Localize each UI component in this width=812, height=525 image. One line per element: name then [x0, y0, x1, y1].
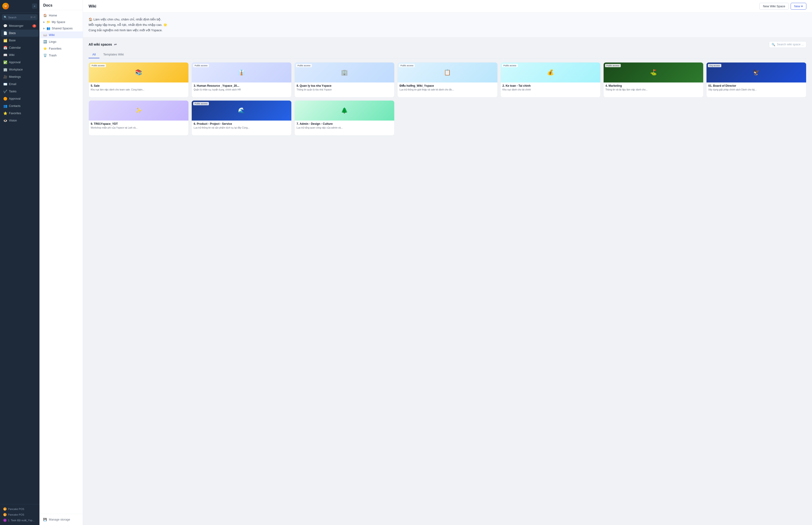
card-badge: Public access: [605, 64, 621, 67]
wiki-card-ketoan[interactable]: Public access 💰 2. Ke toan - Tai chinh K…: [501, 62, 600, 97]
wiki-card-sale[interactable]: Public access 📚 5. Sale Khu vực làm việc…: [89, 62, 189, 97]
main-header: Wiki New Wiki Space New ▾: [83, 0, 812, 13]
wiki-section-title: All wiki spaces ⇌: [89, 43, 117, 46]
docs-nav-lingo[interactable]: 🔤 Lingo: [40, 38, 83, 45]
pinned-item-label: Pancake POS: [8, 508, 24, 510]
card-desc: Quản lý nhân sự, tuyển dụng, chính sách …: [194, 88, 289, 91]
lingo-icon: 🔤: [43, 40, 47, 44]
pinned-item-pancake1[interactable]: 🥞 Pancake POS: [1, 506, 39, 512]
wiki-card-marketing[interactable]: Public access ⛳ 4. Marketing Thông tin v…: [603, 62, 703, 97]
card-title: 5. Sale: [91, 84, 186, 88]
card-desc: Thông tin quản lý tòa nhà Yspace: [296, 88, 393, 91]
sidebar-item-contacts[interactable]: 👥 Contacts: [1, 103, 39, 109]
docs-nav-wiki[interactable]: 📖 Wiki: [40, 31, 83, 38]
wiki-card-building[interactable]: Public access 🏢 8. Quan ly toa nha Yspac…: [294, 62, 395, 97]
sidebar-item-wiki[interactable]: 📖 Wiki: [1, 51, 39, 59]
sidebar-item-workplace[interactable]: 🏢 Workplace: [1, 66, 39, 73]
card-title: 9. TR01Yspace_YDT: [91, 122, 186, 126]
banner: 🏠 Làm việc chìn chu, chăm chỉ, nhất định…: [83, 13, 812, 38]
base-icon: 🗂️: [3, 39, 7, 42]
approval2-icon: 🟠: [3, 97, 7, 101]
card-desc: Workshop miễn phí của Yspace về Lark và.…: [91, 126, 186, 129]
all-wiki-spaces-label: All wiki spaces: [89, 43, 112, 46]
docs-nav-label: Wiki: [49, 33, 55, 37]
sidebar-item-label: Contacts: [9, 104, 20, 108]
card-title: 7. Admin - Design - Culture: [296, 122, 393, 126]
card-badge: Public access: [296, 64, 312, 67]
pinned-item-task[interactable]: ✓ 1. Task đột xuất_Ysp...: [1, 518, 39, 523]
sidebar-item-tasks[interactable]: ✔️ Tasks: [1, 88, 39, 95]
wiki-card-dieuhuong[interactable]: Public access 📋 Điều hướng_Wiki_Yspace L…: [397, 62, 497, 97]
pinned-item-label: Pancake POS: [8, 513, 24, 516]
card-title: 3. Human Resource _Yspace_20...: [194, 84, 289, 88]
wiki-card-workshop[interactable]: ✨ 9. TR01Yspace_YDT Workshop miễn phí củ…: [89, 100, 189, 136]
email-icon: ✉️: [3, 82, 7, 86]
search-wiki-placeholder: Search wiki space ...: [777, 43, 804, 46]
search-bar[interactable]: 🔍 Search ⌘+K: [2, 14, 37, 20]
card-desc: Lưu trữ thông tin giới thiệu và sale kit…: [399, 88, 495, 91]
wiki-card-product[interactable]: Public access 🌊 6. Product - Project - S…: [191, 100, 292, 136]
docs-nav-sharedspaces[interactable]: ▶ 👥 Shared Spaces: [40, 25, 83, 31]
sidebar-item-email[interactable]: ✉️ Email: [1, 80, 39, 88]
sidebar-item-approval2[interactable]: 🟠 Approval: [1, 95, 39, 102]
card-content: 3. Human Resource _Yspace_20... Quản lý …: [192, 82, 291, 97]
banner-line1: 🏠 Làm việc chìn chu, chăm chỉ, nhất định…: [89, 17, 806, 22]
tab-all[interactable]: All: [89, 51, 99, 58]
card-title: 4. Marketing: [606, 84, 701, 88]
card-title: 2. Ke toan - Tai chinh: [503, 84, 598, 88]
search-wiki[interactable]: 🔍 Search wiki space ...: [769, 41, 806, 48]
docs-nav-trash[interactable]: 🗑️ Trash: [40, 52, 83, 59]
sidebar-item-messenger[interactable]: 💬 Messenger 7: [1, 22, 39, 29]
dropdown-icon: ▾: [801, 4, 803, 8]
vision-icon: 👁️: [3, 119, 7, 122]
wiki-section: All wiki spaces ⇌ 🔍 Search wiki space ..…: [83, 38, 812, 142]
sidebar-item-approval[interactable]: ✅ Approval: [1, 59, 39, 66]
chevron-right-icon: ▶: [43, 27, 45, 30]
wiki-card-admin[interactable]: 🌲 7. Admin - Design - Culture Lưu trữ tổ…: [294, 100, 395, 136]
sidebar-item-label: Email: [9, 82, 16, 86]
cards-grid-row1: Public access 📚 5. Sale Khu vực làm việc…: [89, 62, 806, 97]
left-sidebar: U + 🔍 Search ⌘+K 💬 Messenger 7 📄 Docs 🗂️…: [0, 0, 40, 525]
search-shortcut: ⌘+K: [30, 16, 36, 18]
docs-nav-favorites[interactable]: ⭐ Favorites: [40, 45, 83, 52]
docs-nav-label: Trash: [49, 54, 57, 57]
card-content: 2. Ke toan - Tai chinh Khu vực dành cho …: [501, 82, 600, 97]
pinned-item-pancake2[interactable]: 🥞 Pancake POS: [1, 512, 39, 518]
sidebar-item-label: Messenger: [9, 24, 24, 28]
sidebar-item-vision[interactable]: 👁️ Vision: [1, 117, 39, 124]
manage-storage-item[interactable]: 💾 Manage storage: [43, 516, 79, 523]
sidebar-item-label: Tasks: [9, 90, 16, 93]
avatar[interactable]: U: [2, 3, 9, 10]
favorites-icon: ⭐: [3, 111, 7, 115]
chevron-right-icon: ▶: [43, 21, 45, 23]
sidebar-item-base[interactable]: 🗂️ Base: [1, 37, 39, 44]
card-desc: Xây dựng giải pháp chính sách Dành cho b…: [708, 88, 804, 91]
card-image-director: 🦅: [706, 62, 806, 82]
docs-nav-home[interactable]: 🏠 Home: [40, 12, 83, 19]
card-title: 01. Board of Director: [708, 84, 804, 88]
card-title: Điều hướng_Wiki_Yspace: [399, 84, 495, 88]
messenger-badge: 7: [32, 25, 36, 28]
sidebar-header: U +: [0, 0, 40, 13]
sidebar-item-label: Approval: [9, 97, 20, 100]
favorites-nav-icon: ⭐: [43, 47, 47, 50]
filter-icon[interactable]: ⇌: [114, 43, 117, 46]
wiki-section-header: All wiki spaces ⇌ 🔍 Search wiki space ..…: [89, 41, 806, 48]
card-desc: Khu vực dành cho tài chính: [503, 88, 598, 91]
wiki-card-hr[interactable]: Public access 👔 3. Human Resource _Yspac…: [191, 62, 292, 97]
sidebar-item-favorites[interactable]: ⭐ Favorites: [1, 110, 39, 117]
sidebar-item-docs[interactable]: 📄 Docs: [1, 30, 39, 37]
sidebar-item-calendar[interactable]: 📅 Calendar: [1, 44, 39, 51]
meetings-icon: 🎥: [3, 75, 7, 79]
card-content: 01. Board of Director Xây dựng giải pháp…: [706, 82, 806, 97]
wiki-card-director[interactable]: Org access 🦅 01. Board of Director Xây d…: [706, 62, 806, 97]
new-button[interactable]: New ▾: [791, 3, 806, 10]
sidebar-item-label: Meetings: [9, 75, 21, 78]
add-icon[interactable]: +: [32, 3, 37, 9]
docs-nav-myspace[interactable]: ▶ 📁 My Space: [40, 19, 83, 25]
tab-templates[interactable]: Templates Wiki: [99, 51, 127, 58]
card-image-workshop: ✨: [89, 101, 188, 121]
sidebar-item-meetings[interactable]: 🎥 Meetings: [1, 73, 39, 80]
new-wiki-space-button[interactable]: New Wiki Space: [760, 3, 789, 10]
sidebar-item-label: Workplace: [9, 68, 23, 71]
